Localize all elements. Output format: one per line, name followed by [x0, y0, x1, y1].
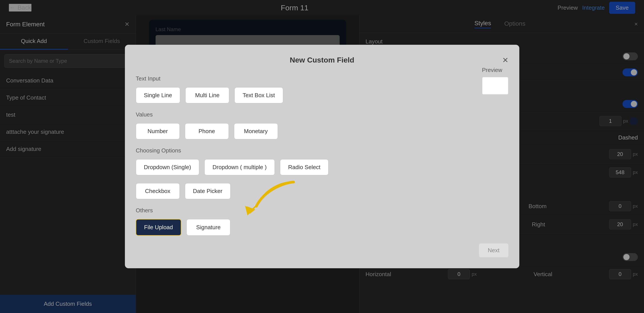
btn-multi-line[interactable]: Multi Line	[186, 87, 229, 103]
btn-dropdown-single[interactable]: Dropdown (Single)	[136, 159, 199, 175]
btn-date-picker[interactable]: Date Picker	[185, 183, 230, 199]
btn-radio-select[interactable]: Radio Select	[280, 159, 328, 175]
preview-area: Preview	[482, 67, 508, 95]
modal-title: New Custom Field	[290, 56, 354, 64]
section-text-input-title: Text Input	[136, 75, 508, 82]
others-buttons: File Upload Signature	[136, 219, 508, 236]
btn-text-box-list[interactable]: Text Box List	[234, 87, 283, 103]
modal-close-button[interactable]: ✕	[502, 56, 508, 65]
choosing-buttons: Dropdown (Single) Dropdown ( multiple ) …	[136, 159, 508, 175]
modal: New Custom Field ✕ Preview Text Input Si…	[125, 45, 519, 268]
btn-single-line[interactable]: Single Line	[136, 87, 180, 103]
btn-monetary[interactable]: Monetary	[234, 123, 278, 139]
modal-header: New Custom Field ✕	[136, 56, 508, 64]
btn-checkbox[interactable]: Checkbox	[136, 183, 180, 199]
section-values-title: Values	[136, 111, 508, 118]
choosing-buttons-2: Checkbox Date Picker	[136, 183, 508, 199]
values-buttons: Number Phone Monetary	[136, 123, 508, 139]
btn-phone[interactable]: Phone	[185, 123, 229, 139]
btn-dropdown-multiple[interactable]: Dropdown ( multiple )	[204, 159, 275, 175]
section-choosing-title: Choosing Options	[136, 147, 508, 154]
section-others-title: Others	[136, 207, 508, 214]
btn-file-upload[interactable]: File Upload	[136, 219, 182, 236]
btn-number[interactable]: Number	[136, 123, 180, 139]
preview-label: Preview	[482, 67, 508, 74]
modal-backdrop: New Custom Field ✕ Preview Text Input Si…	[0, 0, 644, 313]
btn-signature[interactable]: Signature	[186, 219, 230, 236]
preview-box	[482, 77, 508, 95]
next-button[interactable]: Next	[479, 243, 508, 257]
text-input-buttons: Single Line Multi Line Text Box List	[136, 87, 508, 103]
modal-footer: Next	[136, 243, 508, 257]
